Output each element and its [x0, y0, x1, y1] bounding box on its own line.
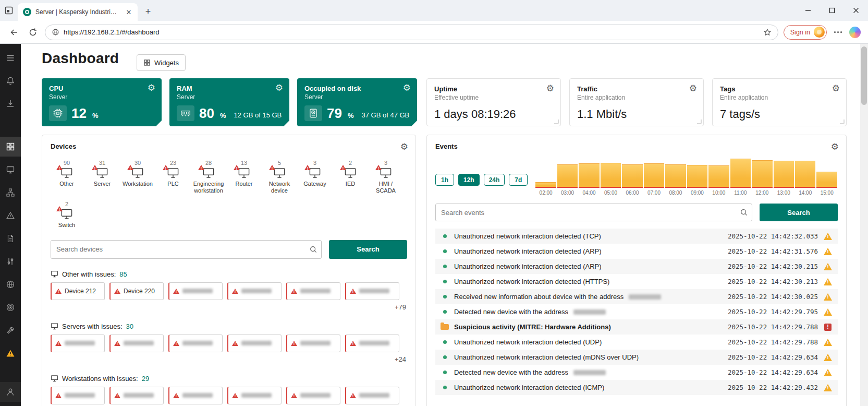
device-group-count[interactable]: 85 [119, 270, 127, 278]
sidebar-item-assets[interactable] [0, 160, 21, 180]
range-pill[interactable]: 1h [435, 174, 454, 186]
chart-bar[interactable]: 13:00 [773, 161, 794, 196]
refresh-icon[interactable] [26, 26, 40, 39]
chart-bar[interactable]: 08:00 [665, 164, 686, 196]
device-chip[interactable] [345, 387, 399, 404]
device-chip[interactable] [168, 335, 223, 352]
device-chip[interactable] [286, 282, 340, 300]
chart-bar[interactable]: 02:00 [535, 182, 556, 196]
sidebar-menu-icon[interactable] [0, 48, 21, 68]
traffic-widget-card[interactable]: Traffic Entire application ⚙ 1.1 Mbit/s [569, 78, 704, 126]
range-pill[interactable]: 7d [509, 174, 528, 186]
device-type-item[interactable]: 13 Router [228, 160, 260, 194]
device-group-more[interactable]: +79 [51, 303, 407, 311]
event-row[interactable]: Detected new device with the address 202… [435, 304, 838, 319]
device-chip[interactable] [51, 335, 105, 352]
cpu-widget-card[interactable]: CPU Server ⚙ 12 % [42, 78, 162, 126]
sidebar-item-reports[interactable] [0, 229, 21, 248]
range-pill[interactable]: 12h [458, 174, 480, 186]
events-search-input[interactable] [435, 204, 752, 221]
new-tab-button[interactable]: + [141, 4, 155, 19]
device-group-count[interactable]: 30 [126, 323, 133, 330]
close-button[interactable] [844, 0, 868, 21]
chart-bar[interactable]: 14:00 [794, 161, 816, 196]
sidebar-account-icon[interactable] [0, 382, 21, 402]
sidebar-notifications-bell-icon[interactable] [0, 71, 21, 91]
device-type-item[interactable]: 3 HMI / SCADA [370, 160, 402, 194]
devices-search-input[interactable] [51, 240, 322, 259]
device-type-item[interactable]: 2 Switch [51, 201, 83, 229]
gear-icon[interactable]: ⚙ [403, 83, 411, 92]
device-chip[interactable]: Device 220 [109, 282, 164, 300]
gear-icon[interactable]: ⚙ [831, 141, 839, 152]
device-chip[interactable] [227, 282, 282, 300]
device-chip[interactable] [109, 335, 164, 352]
device-type-item[interactable]: 28 Engineering workstation [192, 160, 225, 194]
gear-icon[interactable]: ⚙ [689, 84, 697, 93]
gear-icon[interactable]: ⚙ [546, 84, 554, 93]
device-chip[interactable] [227, 387, 282, 404]
events-search-field[interactable] [436, 204, 736, 221]
chart-bar[interactable]: 04:00 [578, 163, 600, 196]
sidebar-item-dashboard[interactable] [0, 137, 21, 157]
event-row[interactable]: Unauthorized network interaction detecte… [435, 335, 838, 350]
chart-bar[interactable]: 06:00 [621, 164, 643, 196]
device-chip[interactable] [227, 335, 282, 352]
range-pill[interactable]: 24h [484, 174, 505, 186]
device-chip[interactable] [345, 335, 399, 352]
devices-search-field[interactable] [51, 241, 305, 258]
device-chip[interactable] [286, 335, 340, 352]
device-chip[interactable] [109, 387, 164, 404]
sign-in-button[interactable]: Sign in [784, 25, 827, 40]
device-type-item[interactable]: 5 Network device [263, 160, 296, 194]
gear-icon[interactable]: ⚙ [148, 83, 155, 92]
ram-widget-card[interactable]: RAM Server ⚙ 80 % 12 GB of 15 GB [169, 78, 289, 126]
gear-icon[interactable]: ⚙ [832, 84, 840, 93]
device-chip[interactable] [345, 282, 399, 300]
widgets-button[interactable]: Widgets [137, 54, 186, 71]
device-chip[interactable] [168, 282, 223, 300]
device-type-item[interactable]: 31 Server [86, 160, 118, 194]
event-row[interactable]: Unauthorized network interaction detecte… [435, 380, 838, 395]
sidebar-item-risks[interactable] [0, 206, 21, 225]
sidebar-item-tools-wrench-icon[interactable] [0, 320, 21, 340]
device-type-item[interactable]: 23 PLC [157, 160, 189, 194]
copilot-icon[interactable] [849, 27, 861, 38]
sidebar-item-network-globe-icon[interactable] [0, 274, 21, 294]
page-scrollbar[interactable] [860, 44, 868, 406]
tab-actions-menu-icon[interactable] [0, 0, 18, 21]
scrollbar-thumb[interactable] [861, 46, 867, 105]
browser-tab[interactable]: Server | Kaspersky Industrial Cybe ✕ [18, 3, 138, 21]
events-search-button[interactable]: Search [760, 204, 838, 221]
event-row[interactable]: Unauthorized network interaction detecte… [435, 244, 838, 259]
chart-bar[interactable]: 05:00 [600, 163, 621, 196]
chart-bar[interactable]: 10:00 [708, 165, 729, 196]
device-type-item[interactable]: 90 Other [51, 160, 83, 194]
event-row[interactable]: Unauthorized network interaction detecte… [435, 350, 838, 365]
chart-bar[interactable]: 09:00 [687, 165, 708, 196]
chart-bar[interactable]: 07:00 [643, 163, 665, 196]
gear-icon[interactable]: ⚙ [275, 83, 283, 92]
favorites-star-icon[interactable] [763, 28, 772, 37]
device-chip[interactable] [168, 387, 223, 404]
sidebar-item-network-map[interactable] [0, 183, 21, 202]
browser-menu-icon[interactable] [832, 31, 844, 33]
device-group-more[interactable]: +24 [51, 355, 407, 363]
disk-widget-card[interactable]: Occupied on disk Server ⚙ 79 % 37 GB of … [297, 78, 417, 126]
sidebar-download-icon[interactable] [0, 94, 21, 114]
devices-search-button[interactable]: Search [329, 240, 407, 259]
url-field[interactable]: https://192.168.2.1/#/dashboard [45, 25, 778, 40]
chart-bar[interactable]: 12:00 [751, 160, 773, 196]
device-type-item[interactable]: 30 Workstation [121, 160, 154, 194]
event-row[interactable]: Unauthorized network interaction detecte… [435, 259, 838, 274]
back-icon[interactable] [7, 26, 21, 39]
gear-icon[interactable]: ⚙ [400, 141, 408, 152]
event-row[interactable]: Unauthorized network interaction detecte… [435, 229, 838, 244]
device-type-item[interactable]: 3 Gateway [299, 160, 331, 194]
device-type-item[interactable]: 2 IED [334, 160, 366, 194]
chart-bar[interactable]: 03:00 [557, 164, 578, 196]
event-row[interactable]: Received new information about device wi… [435, 289, 838, 304]
device-group-count[interactable]: 29 [142, 375, 149, 383]
event-row[interactable]: Suspicious activity (MITRE: Hardware Add… [435, 319, 838, 335]
sidebar-alerts-warning-icon[interactable] [0, 343, 21, 363]
